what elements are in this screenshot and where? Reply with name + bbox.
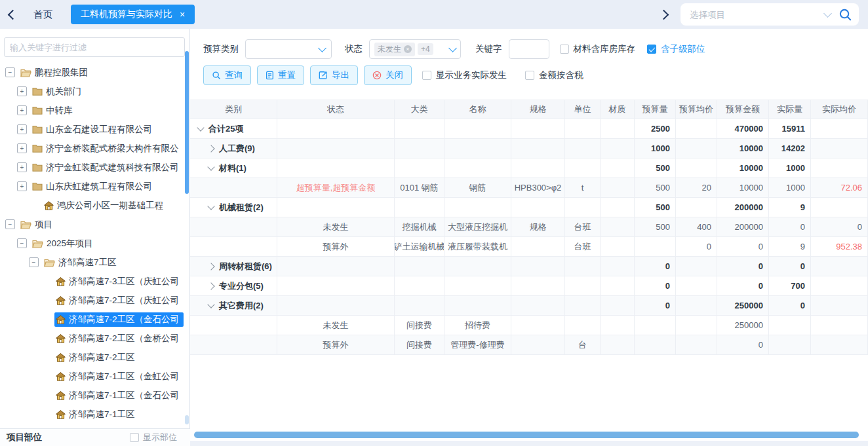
tree-node[interactable]: 济邹高速7-2工区（庆虹公司: [0, 291, 184, 310]
close-button[interactable]: 关闭: [364, 65, 412, 85]
cell-category: 机械租赁(2): [190, 198, 277, 217]
checkbox-checked-icon[interactable]: [647, 45, 656, 54]
collapse-icon[interactable]: [207, 301, 214, 308]
tree-node[interactable]: +济宁金虹装配式建筑科技有限公司: [0, 158, 184, 177]
project-select-input[interactable]: [688, 9, 821, 20]
tree-node[interactable]: 济邹高速7-3工区（庆虹公司: [0, 272, 184, 291]
cell-status: 预算外: [277, 335, 395, 354]
expand-icon[interactable]: +: [17, 162, 27, 172]
cell-actual_qty: [769, 335, 811, 354]
tree-node[interactable]: 济邹高速7-2工区（金石公司: [0, 310, 184, 329]
tree-node[interactable]: 济邹高速7-2工区（金桥公司: [0, 329, 184, 348]
collapse-icon[interactable]: [207, 163, 214, 170]
show-parts-checkbox[interactable]: 显示部位: [130, 432, 177, 443]
chevron-down-icon[interactable]: [823, 9, 832, 18]
tree-node[interactable]: −2025年项目: [0, 234, 184, 253]
back-icon[interactable]: [8, 9, 18, 20]
home-link[interactable]: 首页: [33, 9, 52, 21]
reset-button[interactable]: 重置: [257, 65, 304, 85]
tree-node[interactable]: +山东金石建设工程有限公司: [0, 120, 184, 139]
checkbox-icon[interactable]: [525, 71, 534, 80]
expand-icon[interactable]: +: [17, 105, 27, 115]
checkbox-icon[interactable]: [130, 433, 139, 442]
cell-actual_price: [811, 257, 868, 276]
tag-close-icon[interactable]: ×: [404, 45, 412, 53]
tree-node[interactable]: −济邹高速7工区: [0, 253, 184, 272]
cell-major: 间接费: [395, 335, 444, 354]
table-row[interactable]: 专业分包(5)00700: [190, 276, 868, 296]
project-select[interactable]: [681, 3, 859, 26]
expand-icon[interactable]: +: [17, 143, 27, 153]
tree-node[interactable]: +机关部门: [0, 82, 184, 101]
query-label: 查询: [225, 69, 243, 81]
status-select[interactable]: 未发生 × +4: [369, 39, 461, 59]
cell-budget_price: 20: [676, 178, 717, 197]
cell-category: 人工费(9): [190, 139, 277, 158]
tree-node[interactable]: 济邹高速7-2工区: [0, 348, 184, 367]
cell-major: [395, 257, 444, 276]
forward-icon[interactable]: [659, 9, 669, 20]
expand-icon[interactable]: +: [17, 181, 27, 191]
export-button[interactable]: 导出: [310, 65, 358, 85]
table-row[interactable]: 未发生挖掘机械大型液压挖掘机规格台班50040020000000: [190, 217, 868, 237]
expand-icon[interactable]: [207, 263, 214, 270]
collapse-icon[interactable]: −: [5, 67, 15, 77]
expand-icon[interactable]: +: [17, 86, 27, 96]
table-row[interactable]: 机械租赁(2)5002000009: [190, 198, 868, 217]
expand-icon[interactable]: [207, 145, 214, 152]
amount-tax-checkbox[interactable]: 金额按含税: [525, 69, 583, 81]
table-row[interactable]: 合计25项250047000015911: [190, 119, 868, 139]
collapse-icon[interactable]: −: [5, 219, 15, 229]
horizontal-scrollbar[interactable]: [194, 432, 859, 438]
table-row[interactable]: 材料(1)500100001000: [190, 158, 868, 178]
expand-icon[interactable]: [207, 282, 214, 289]
sidebar-scrollbar[interactable]: [185, 51, 189, 194]
tree-node[interactable]: +济宁金桥装配式桥梁大构件有限公: [0, 139, 184, 158]
tree-filter-input[interactable]: [4, 37, 185, 57]
checkbox-icon[interactable]: [560, 45, 569, 54]
table-row[interactable]: 未发生间接费招待费250000: [190, 316, 868, 335]
expand-icon[interactable]: +: [17, 124, 27, 134]
cell-material: [601, 217, 635, 236]
table-row[interactable]: 预算外铲土运输机械液压履带装载机台班009952.38: [190, 237, 868, 257]
folder-open-icon: [44, 258, 55, 267]
collapse-icon[interactable]: [207, 202, 214, 210]
table-row[interactable]: 预算外间接费管理费-修理费台0: [190, 335, 868, 355]
table-row[interactable]: 人工费(9)10001000014202: [190, 139, 868, 158]
collapse-icon[interactable]: −: [17, 238, 27, 248]
sidebar-scrollbar-end[interactable]: [185, 415, 189, 424]
table-row[interactable]: 超预算量,超预算金额0101 钢筋钢筋HPB300>φ2t50020100001…: [190, 178, 868, 198]
tree-node[interactable]: +山东庆虹建筑工程有限公司: [0, 177, 184, 196]
keyword-input[interactable]: [509, 39, 549, 59]
include-subparts-checkbox[interactable]: 含子级部位: [647, 43, 705, 55]
query-button[interactable]: 查询: [203, 65, 251, 85]
tab-label: 工料机预算与实际对比: [81, 9, 172, 20]
checkbox-icon[interactable]: [422, 71, 431, 80]
material-stock-checkbox[interactable]: 材料含库房库存: [560, 43, 636, 55]
tab-close-icon[interactable]: ×: [180, 10, 185, 19]
tree-node[interactable]: −鹏程控股集团: [0, 63, 184, 82]
tree-node[interactable]: −项目: [0, 215, 184, 234]
search-icon[interactable]: [838, 8, 852, 22]
cell-status: [277, 276, 395, 295]
budget-category-select[interactable]: [245, 39, 332, 59]
tree-node-label: 2025年项目: [47, 238, 93, 250]
category-label: 其它费用(2): [219, 300, 264, 312]
tree-node[interactable]: 济邹高速7-1工区（金虹公司: [0, 367, 184, 386]
cell-status: [277, 158, 395, 177]
tab-active[interactable]: 工料机预算与实际对比 ×: [71, 5, 195, 24]
tree-node[interactable]: +中转库: [0, 101, 184, 120]
cell-budget_price: [676, 119, 717, 138]
collapse-icon[interactable]: [197, 124, 204, 131]
table-row[interactable]: 其它费用(2)02500000: [190, 296, 868, 316]
cell-actual_price: [811, 198, 868, 217]
chevron-down-icon: [318, 44, 326, 52]
collapse-icon[interactable]: −: [29, 257, 39, 267]
tree-node[interactable]: 鸿庆公司小区一期基础工程: [0, 196, 184, 215]
tree-node[interactable]: 千盛企业_工资代付机构: [0, 424, 184, 428]
category-label: 专业分包(5): [219, 280, 264, 292]
tree-node[interactable]: 济邹高速7-1工区: [0, 405, 184, 424]
show-actual-checkbox[interactable]: 显示业务实际发生: [422, 69, 507, 81]
tree-node[interactable]: 济邹高速7-1工区（金石公司: [0, 386, 184, 405]
table-row[interactable]: 周转材租赁(6)000: [190, 257, 868, 276]
